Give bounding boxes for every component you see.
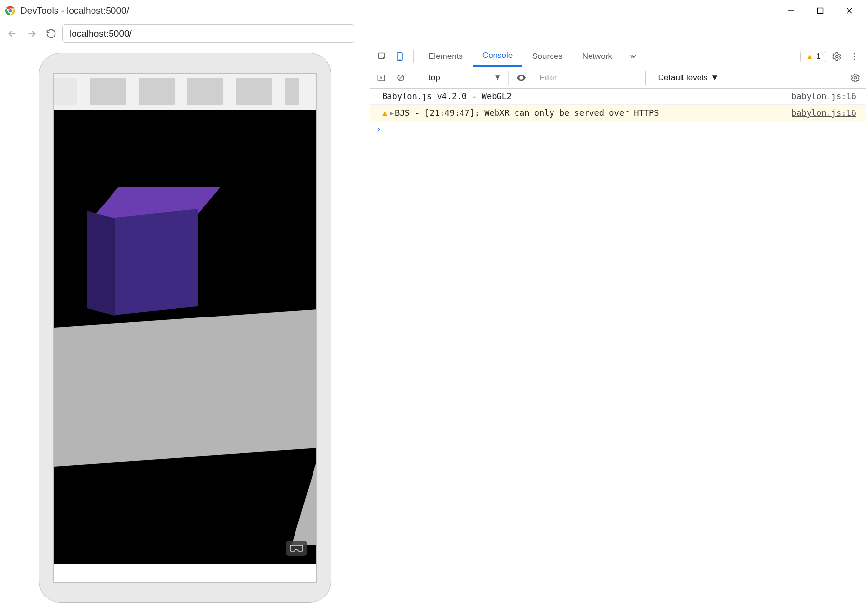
settings-gear-icon[interactable] — [830, 52, 844, 61]
log-source-link[interactable]: babylon.js:16 — [792, 92, 860, 101]
prompt-chevron-icon: › — [376, 124, 381, 134]
tab-elements[interactable]: Elements — [419, 46, 473, 67]
svg-point-18 — [854, 76, 857, 79]
toggle-sidebar-icon[interactable] — [374, 74, 388, 82]
more-tabs-icon[interactable]: » — [622, 46, 642, 67]
tab-network[interactable]: Network — [572, 46, 622, 67]
expand-icon[interactable]: ▶ — [390, 110, 394, 117]
scene-floor-edge — [292, 448, 316, 545]
context-selector[interactable]: top ▼ — [424, 71, 509, 85]
back-button[interactable] — [4, 25, 20, 42]
console-log-row[interactable]: Babylon.js v4.2.0 - WebGL2 babylon.js:16 — [370, 89, 866, 105]
inspect-element-icon[interactable] — [373, 46, 391, 67]
console-warning-row[interactable]: ▲ ▶ BJS - [21:49:47]: WebXR can only be … — [370, 105, 866, 121]
window-close-button[interactable] — [835, 0, 864, 21]
separator — [413, 50, 414, 63]
context-value: top — [428, 73, 440, 83]
chevron-down-icon: ▼ — [494, 73, 502, 83]
loading-tile — [236, 78, 272, 105]
loading-tile — [285, 78, 299, 105]
page-bottom-margin — [54, 564, 316, 582]
device-frame — [39, 53, 331, 603]
vr-headset-icon[interactable] — [286, 541, 307, 556]
clear-console-icon[interactable] — [394, 74, 407, 82]
chrome-logo-icon — [5, 5, 16, 16]
warning-icon: ▲ — [382, 108, 387, 118]
console-filter-input[interactable] — [534, 71, 646, 85]
device-preview-pane — [0, 46, 370, 616]
log-source-link[interactable]: babylon.js:16 — [792, 108, 860, 118]
webgl-canvas[interactable] — [54, 110, 316, 564]
window-titlebar: DevTools - localhost:5000/ — [0, 0, 866, 21]
forward-button[interactable] — [23, 25, 40, 42]
tab-sources[interactable]: Sources — [522, 46, 572, 67]
reload-button[interactable] — [43, 25, 59, 42]
svg-point-13 — [854, 58, 855, 60]
window-title: DevTools - localhost:5000/ — [20, 5, 776, 16]
loading-tile — [139, 78, 175, 105]
log-message: Babylon.js v4.2.0 - WebGL2 — [382, 92, 792, 101]
log-levels-label: Default levels — [658, 73, 707, 83]
scene-cube — [88, 187, 195, 295]
devtools-panel: Elements Console Sources Network » ▲ 1 — [370, 46, 866, 616]
console-settings-gear-icon[interactable] — [848, 73, 862, 83]
issues-warning-badge[interactable]: ▲ 1 — [800, 51, 826, 62]
chevron-down-icon: ▼ — [711, 73, 719, 83]
page-loading-strip — [54, 74, 316, 110]
address-bar[interactable]: localhost:5000/ — [62, 24, 354, 43]
tab-console[interactable]: Console — [473, 46, 522, 67]
toggle-device-icon[interactable] — [391, 46, 408, 67]
warning-icon: ▲ — [806, 52, 813, 61]
svg-point-12 — [854, 56, 855, 57]
address-bar-text: localhost:5000/ — [70, 28, 132, 39]
svg-point-11 — [854, 53, 855, 54]
devtools-tabstrip: Elements Console Sources Network » ▲ 1 — [370, 46, 866, 67]
svg-point-17 — [521, 77, 523, 79]
log-message: BJS - [21:49:47]: WebXR can only be serv… — [395, 108, 792, 118]
svg-rect-4 — [818, 8, 823, 13]
console-output: Babylon.js v4.2.0 - WebGL2 babylon.js:16… — [370, 89, 866, 616]
window-minimize-button[interactable] — [776, 0, 806, 21]
console-prompt[interactable]: › — [370, 121, 866, 137]
loading-tile — [90, 78, 126, 105]
loading-tile — [187, 78, 223, 105]
live-expression-icon[interactable] — [515, 73, 528, 83]
browser-navbar: localhost:5000/ — [0, 21, 866, 46]
console-toolbar: top ▼ Default levels ▼ — [370, 67, 866, 89]
svg-point-10 — [836, 55, 838, 57]
devtools-menu-icon[interactable] — [848, 52, 861, 61]
loading-tile — [54, 78, 77, 105]
warning-count: 1 — [816, 52, 821, 61]
log-levels-selector[interactable]: Default levels ▼ — [658, 73, 719, 83]
window-maximize-button[interactable] — [806, 0, 835, 21]
device-screen — [53, 73, 317, 583]
scene-floor — [54, 308, 316, 467]
svg-line-16 — [399, 76, 403, 80]
